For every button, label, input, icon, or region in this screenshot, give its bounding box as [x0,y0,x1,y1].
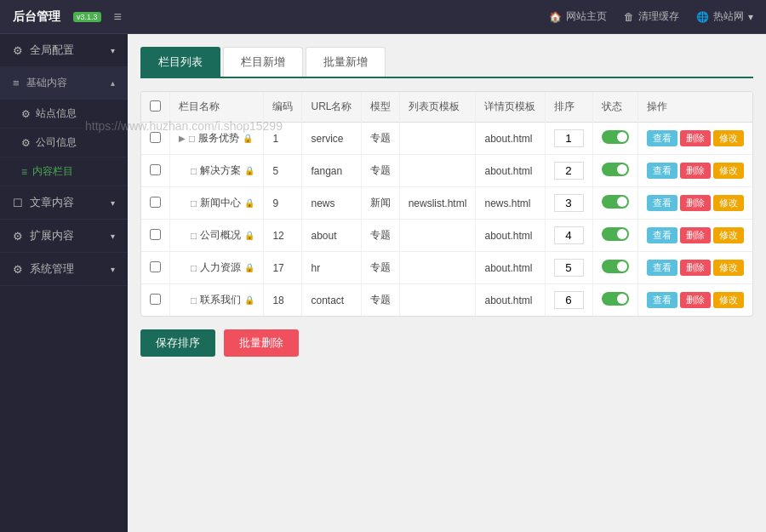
row-list-tpl-cell [399,220,476,252]
row-name: 服务优势 [198,131,239,146]
sort-input[interactable] [554,226,584,244]
status-toggle[interactable] [602,260,629,273]
row-checkbox-cell [141,123,170,155]
delete-button[interactable]: 删除 [680,195,711,211]
row-checkbox[interactable] [150,294,161,305]
row-checkbox-cell [141,155,170,187]
view-button[interactable]: 查看 [647,260,677,276]
view-button[interactable]: 查看 [647,227,677,243]
row-code-cell: 5 [264,155,302,187]
table-header-row: 栏目名称 编码 URL名称 模型 列表页模板 详情页模板 排序 状态 操作 [141,92,752,123]
edit-button[interactable]: 修改 [713,227,744,243]
document-icon: ☐ [13,197,23,209]
row-model-cell: 专题 [361,220,399,252]
folder-icon: □ [189,133,195,145]
row-url-cell: news [302,187,361,220]
sidebar-item-article-content[interactable]: ☐ 文章内容 ▾ [0,186,128,220]
edit-button[interactable]: 修改 [713,130,744,146]
sidebar-item-site-info[interactable]: ⚙ 站点信息 [0,100,128,129]
status-toggle[interactable] [602,195,629,209]
sidebar-item-content-column[interactable]: ≡ 内容栏目 [0,157,128,186]
row-checkbox[interactable] [150,261,161,272]
view-button[interactable]: 查看 [647,163,677,179]
view-button[interactable]: 查看 [647,195,677,211]
view-button[interactable]: 查看 [647,130,677,146]
logo-text: 后台管理 [13,9,60,25]
sort-input[interactable] [554,291,584,309]
status-toggle[interactable] [602,227,629,241]
sidebar-label-content-column: 内容栏目 [32,164,73,179]
table-row: □人力资源🔒17hr专题about.html查看删除修改 [141,252,752,284]
topbar: 后台管理 v3.1.3 ≡ 🏠 网站主页 🗑 清理缓存 🌐 热站网 ▾ [0,0,766,34]
lock-icon: 🔒 [244,231,254,240]
sidebar-label-basic-content: 基础内容 [26,76,67,90]
row-status-cell [592,220,637,252]
lock-icon: 🔒 [244,198,254,208]
row-checkbox[interactable] [150,164,161,175]
delete-button[interactable]: 删除 [680,227,711,243]
nav-site-button[interactable]: 🏠 网站主页 [549,9,607,24]
folder-icon: □ [191,262,197,274]
row-status-cell [592,252,637,284]
delete-button[interactable]: 删除 [680,292,711,308]
edit-button[interactable]: 修改 [713,163,744,179]
status-toggle[interactable] [602,292,629,306]
row-code-cell: 12 [264,220,302,252]
row-url-cell: service [302,123,361,155]
row-name-cell: □人力资源🔒 [170,252,264,284]
folder-icon: □ [191,295,197,306]
edit-button[interactable]: 修改 [713,195,744,211]
sidebar-label-system-manage: 系统管理 [30,261,74,277]
status-toggle[interactable] [602,163,629,176]
sort-input[interactable] [554,194,584,212]
sidebar-item-extend-content[interactable]: ⚙ 扩展内容 ▾ [0,220,128,253]
sidebar-item-basic-content[interactable]: ≡ 基础内容 ▴ [0,67,128,100]
sidebar-item-system-manage[interactable]: ⚙ 系统管理 ▾ [0,253,128,286]
sort-input[interactable] [554,259,584,277]
row-checkbox-cell [141,284,170,317]
row-status-cell [592,284,637,317]
edit-button[interactable]: 修改 [713,260,744,276]
chevron-up-icon: ▴ [111,78,115,88]
sidebar-item-company-info[interactable]: ⚙ 公司信息 [0,129,128,157]
row-model-cell: 专题 [361,155,399,187]
row-actions-cell: 查看删除修改 [637,155,752,187]
lock-icon: 🔒 [244,263,254,272]
row-checkbox-cell [141,187,170,220]
sidebar-label-extend-content: 扩展内容 [30,228,74,243]
row-code-cell: 18 [264,284,302,317]
view-button[interactable]: 查看 [647,292,677,308]
status-toggle[interactable] [602,130,629,144]
tab-add[interactable]: 栏目新增 [223,47,303,77]
row-model-cell: 专题 [361,123,399,155]
save-sort-button[interactable]: 保存排序 [140,329,215,357]
row-sort-cell [545,284,592,317]
row-checkbox[interactable] [150,197,161,208]
row-name: 新闻中心 [200,196,241,210]
tab-batch-add[interactable]: 批量新增 [306,47,386,77]
sort-input[interactable] [554,129,584,147]
row-code-cell: 1 [264,123,302,155]
delete-button[interactable]: 删除 [680,163,711,179]
row-checkbox[interactable] [150,229,161,240]
row-checkbox-cell [141,220,170,252]
row-checkbox[interactable] [150,132,161,143]
expand-icon[interactable]: ▶ [179,134,186,143]
batch-delete-button[interactable]: 批量删除 [224,329,299,357]
select-all-checkbox[interactable] [150,100,161,112]
nav-clear-button[interactable]: 🗑 清理缓存 [624,9,679,24]
settings-icon: ⚙ [13,263,23,276]
edit-button[interactable]: 修改 [713,292,744,308]
hamburger-icon[interactable]: ≡ [114,9,122,25]
row-sort-cell [545,155,592,187]
sidebar-label-article-content: 文章内容 [30,195,74,210]
nav-hot-button[interactable]: 🌐 热站网 ▾ [696,9,753,24]
delete-button[interactable]: 删除 [680,130,711,146]
delete-button[interactable]: 删除 [680,260,711,276]
sort-input[interactable] [554,162,584,180]
row-model-cell: 专题 [361,284,399,317]
nav-hot-label: 热站网 [713,9,744,24]
tab-list[interactable]: 栏目列表 [140,47,220,77]
sidebar-item-global-config[interactable]: ⚙ 全局配置 ▾ [0,34,128,67]
row-actions-cell: 查看删除修改 [637,123,752,155]
